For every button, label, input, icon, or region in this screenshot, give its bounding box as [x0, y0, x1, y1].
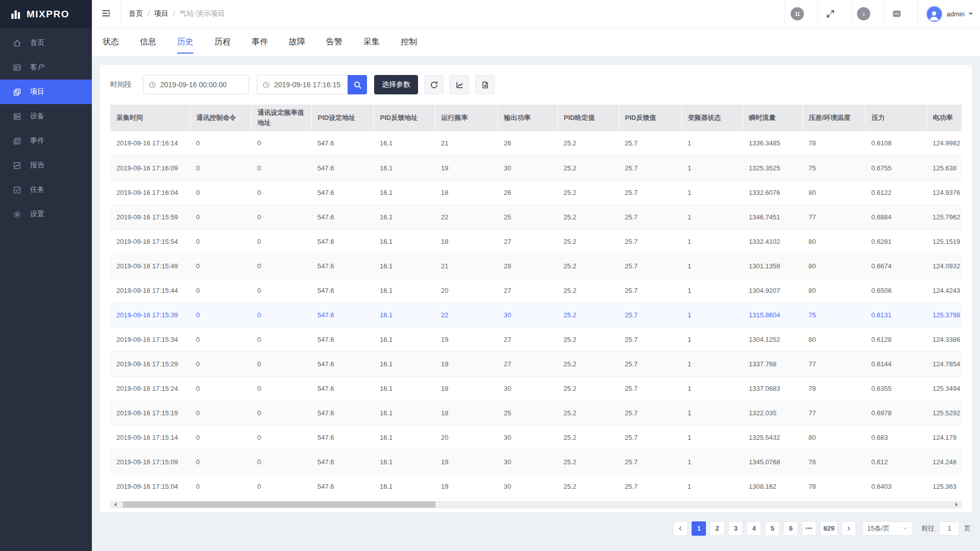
- search-icon: [353, 81, 362, 89]
- table-cell: 0: [251, 303, 311, 327]
- tab-事件[interactable]: 事件: [252, 28, 268, 56]
- sidebar-item-customers[interactable]: 客户: [0, 55, 92, 80]
- sidebar-item-home[interactable]: 首页: [0, 31, 92, 55]
- chevron-left-icon: [677, 525, 683, 532]
- sidebar-item-devices[interactable]: 设备: [0, 104, 92, 129]
- table-cell: 20: [435, 278, 498, 303]
- table-row[interactable]: 2019-09-16 17:15:4400547.616.1202725.225…: [110, 278, 962, 303]
- column-header: 采集时间: [110, 105, 190, 131]
- table-row[interactable]: 2019-09-16 17:15:1400547.616.1203025.225…: [110, 425, 962, 449]
- table-cell: 1346.7451: [743, 205, 802, 229]
- tab-故障[interactable]: 故障: [289, 28, 305, 56]
- table-cell: 25.7: [619, 205, 681, 229]
- start-time-input[interactable]: [143, 75, 249, 94]
- table-cell: 78: [802, 131, 865, 156]
- export-button[interactable]: [475, 75, 495, 94]
- table-cell: 1: [681, 376, 743, 400]
- tab-控制[interactable]: 控制: [401, 28, 417, 56]
- scroll-left-icon[interactable]: [112, 503, 116, 507]
- tab-状态[interactable]: 状态: [103, 28, 119, 56]
- table-cell: 1301.1359: [743, 254, 802, 278]
- page-button-5[interactable]: 5: [765, 521, 779, 536]
- table-cell: 1: [681, 400, 743, 425]
- goto-page-input[interactable]: [939, 521, 960, 536]
- table-row[interactable]: 2019-09-16 17:15:2900547.616.1192725.225…: [110, 352, 962, 376]
- apps-button[interactable]: [785, 0, 810, 28]
- select-params-button[interactable]: 选择参数: [374, 75, 418, 94]
- table-cell: 16.1: [374, 449, 435, 474]
- breadcrumb-item[interactable]: 首页: [129, 9, 143, 18]
- chevron-down-icon: [969, 13, 973, 17]
- table-row[interactable]: 2019-09-16 17:15:5900547.616.1222525.225…: [110, 205, 962, 229]
- sidebar-item-events[interactable]: 事件: [0, 129, 92, 153]
- chart-button[interactable]: [450, 75, 469, 94]
- sidebar-item-label: 设备: [30, 112, 44, 121]
- tab-历史[interactable]: 历史: [177, 28, 193, 56]
- column-header: 压力: [865, 105, 926, 131]
- next-page-button[interactable]: [842, 521, 856, 536]
- table-row[interactable]: 2019-09-16 17:15:0400547.616.1193025.225…: [110, 474, 962, 498]
- table-cell: 0.6674: [865, 254, 926, 278]
- table-row[interactable]: 2019-09-16 17:15:5400547.616.1182725.225…: [110, 229, 962, 254]
- table-row[interactable]: 2019-09-16 17:16:0400547.616.1182625.225…: [110, 180, 962, 205]
- page-ellipsis[interactable]: •••: [802, 521, 816, 536]
- horizontal-scrollbar[interactable]: [110, 501, 962, 508]
- info-button[interactable]: [851, 0, 876, 28]
- column-header: PID给定值: [557, 105, 619, 131]
- table-row[interactable]: 2019-09-16 17:16:1400547.616.1212625.225…: [110, 131, 962, 156]
- table-cell: 0: [190, 254, 251, 278]
- page-button-3[interactable]: 3: [728, 521, 743, 536]
- scrollbar-thumb[interactable]: [123, 502, 435, 508]
- table-cell: 0.6108: [865, 131, 926, 156]
- table-cell: 25.7: [619, 180, 681, 205]
- table-cell: 124.9982: [926, 131, 962, 156]
- tab-告警[interactable]: 告警: [326, 28, 342, 56]
- table-row[interactable]: 2019-09-16 17:15:3900547.616.1223025.225…: [110, 303, 962, 327]
- end-time-value[interactable]: [274, 81, 342, 89]
- table-cell: 25.7: [619, 474, 681, 498]
- table-cell: 75: [802, 156, 865, 180]
- table-cell: 125.1519: [926, 229, 962, 254]
- table-cell: 18: [435, 376, 498, 400]
- table-cell: 1325.5432: [743, 425, 802, 449]
- scroll-right-icon[interactable]: [955, 503, 960, 507]
- fullscreen-button[interactable]: [818, 0, 843, 28]
- tab-采集[interactable]: 采集: [363, 28, 380, 56]
- table-cell: 16.1: [374, 229, 435, 254]
- page-button-829[interactable]: 829: [820, 521, 838, 536]
- message-button[interactable]: [885, 0, 910, 28]
- tab-信息[interactable]: 信息: [140, 28, 156, 56]
- table-cell: 75: [802, 303, 865, 327]
- table-cell: 2019-09-16 17:15:19: [110, 400, 190, 425]
- page-button-1[interactable]: 1: [692, 521, 706, 536]
- sidebar-item-projects[interactable]: 项目: [0, 80, 92, 104]
- table-cell: 2019-09-16 17:15:54: [110, 229, 190, 254]
- table-row[interactable]: 2019-09-16 17:16:0900547.616.1193025.225…: [110, 156, 962, 180]
- table-row[interactable]: 2019-09-16 17:15:4900547.616.1212825.225…: [110, 254, 962, 278]
- sidebar-item-reports[interactable]: 报告: [0, 153, 92, 178]
- tab-历程[interactable]: 历程: [214, 28, 231, 56]
- table-cell: 124.0932: [926, 254, 962, 278]
- page-size-select[interactable]: 15条/页: [862, 521, 913, 536]
- end-time-input[interactable]: [257, 75, 348, 94]
- prev-page-button[interactable]: [673, 521, 688, 536]
- table-row[interactable]: 2019-09-16 17:15:3400547.616.1192725.225…: [110, 327, 962, 352]
- table-cell: 20: [435, 425, 498, 449]
- start-time-value[interactable]: [160, 81, 243, 89]
- page-button-2[interactable]: 2: [710, 521, 724, 536]
- breadcrumb-item[interactable]: 项目: [154, 9, 168, 18]
- sidebar-collapse-icon[interactable]: [101, 8, 112, 19]
- page-button-6[interactable]: 6: [783, 521, 798, 536]
- table-cell: 2019-09-16 17:15:14: [110, 425, 190, 449]
- sidebar-item-settings[interactable]: 设置: [0, 202, 92, 227]
- sidebar-item-tasks[interactable]: 任务: [0, 178, 92, 202]
- page-button-4[interactable]: 4: [747, 521, 761, 536]
- table-cell: 25.2: [557, 327, 619, 352]
- column-header: 压差/环境温度: [802, 105, 865, 131]
- table-row[interactable]: 2019-09-16 17:15:2400547.616.1183025.225…: [110, 376, 962, 400]
- table-row[interactable]: 2019-09-16 17:15:1900547.616.1182525.225…: [110, 400, 962, 425]
- table-row[interactable]: 2019-09-16 17:15:0900547.616.1193025.225…: [110, 449, 962, 474]
- refresh-button[interactable]: [424, 75, 444, 94]
- search-button[interactable]: [348, 75, 367, 94]
- user-menu[interactable]: admin: [918, 6, 980, 22]
